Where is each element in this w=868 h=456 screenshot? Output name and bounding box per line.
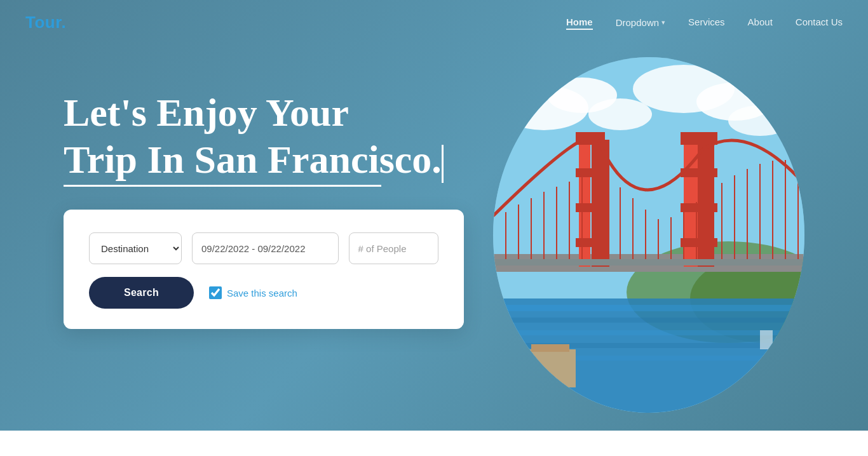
hero-content: Let's Enjoy Your Trip In San Francisco. — [64, 89, 444, 187]
date-range-input[interactable]: 09/22/2022 - 09/22/2022 — [192, 232, 339, 264]
nav-link-contact[interactable]: Contact Us — [796, 17, 843, 27]
people-input[interactable]: # of People — [349, 232, 438, 264]
dropdown-label: Dropdown — [616, 17, 659, 28]
hero-image-circle — [493, 57, 804, 413]
hero-title-line2: Trip In San Francisco. — [64, 138, 442, 181]
save-search-text: Save this search — [227, 288, 297, 298]
nav-item-about[interactable]: About — [748, 17, 773, 28]
nav-item-services[interactable]: Services — [688, 17, 725, 28]
search-card: Destination San Francisco New York Los A… — [64, 210, 464, 329]
nav-item-contact[interactable]: Contact Us — [796, 17, 843, 28]
svg-rect-12 — [493, 318, 804, 323]
svg-rect-11 — [493, 305, 804, 311]
text-cursor — [442, 145, 444, 183]
chevron-down-icon: ▾ — [661, 18, 665, 27]
search-bottom-row: Search Save this search — [89, 277, 438, 309]
bridge-illustration — [493, 57, 804, 413]
hero-section: Tour. Home Dropdown ▾ Services About Con… — [0, 0, 868, 456]
people-placeholder: # of People — [358, 243, 407, 254]
svg-point-3 — [588, 98, 652, 130]
nav-link-services[interactable]: Services — [688, 17, 725, 27]
svg-rect-53 — [493, 259, 804, 265]
nav-links: Home Dropdown ▾ Services About Contact U… — [566, 17, 843, 28]
svg-rect-27 — [681, 203, 717, 212]
site-logo[interactable]: Tour. — [25, 13, 66, 32]
hero-title: Let's Enjoy Your Trip In San Francisco. — [64, 89, 444, 184]
search-button[interactable]: Search — [89, 277, 194, 309]
svg-rect-22 — [576, 238, 605, 247]
svg-rect-55 — [531, 344, 569, 352]
nav-link-dropdown[interactable]: Dropdown ▾ — [616, 17, 665, 28]
navbar: Tour. Home Dropdown ▾ Services About Con… — [0, 0, 868, 44]
save-search-label[interactable]: Save this search — [209, 286, 297, 299]
footer-strip — [0, 431, 868, 456]
svg-rect-13 — [493, 330, 804, 335]
svg-rect-21 — [576, 203, 605, 212]
logo-text: Tour — [25, 13, 61, 32]
hero-title-line1: Let's Enjoy Your — [64, 91, 349, 134]
nav-link-about[interactable]: About — [748, 17, 773, 27]
svg-rect-28 — [681, 238, 717, 247]
svg-rect-20 — [576, 168, 605, 177]
title-underline — [64, 185, 381, 187]
nav-item-home[interactable]: Home — [566, 17, 593, 28]
date-range-value: 09/22/2022 - 09/22/2022 — [201, 243, 305, 254]
save-search-checkbox[interactable] — [209, 286, 222, 299]
nav-item-dropdown[interactable]: Dropdown ▾ — [616, 17, 665, 28]
nav-link-home[interactable]: Home — [566, 17, 593, 30]
destination-select[interactable]: Destination San Francisco New York Los A… — [89, 232, 182, 264]
search-fields-row: Destination San Francisco New York Los A… — [89, 232, 438, 264]
logo-dot: . — [61, 13, 66, 32]
